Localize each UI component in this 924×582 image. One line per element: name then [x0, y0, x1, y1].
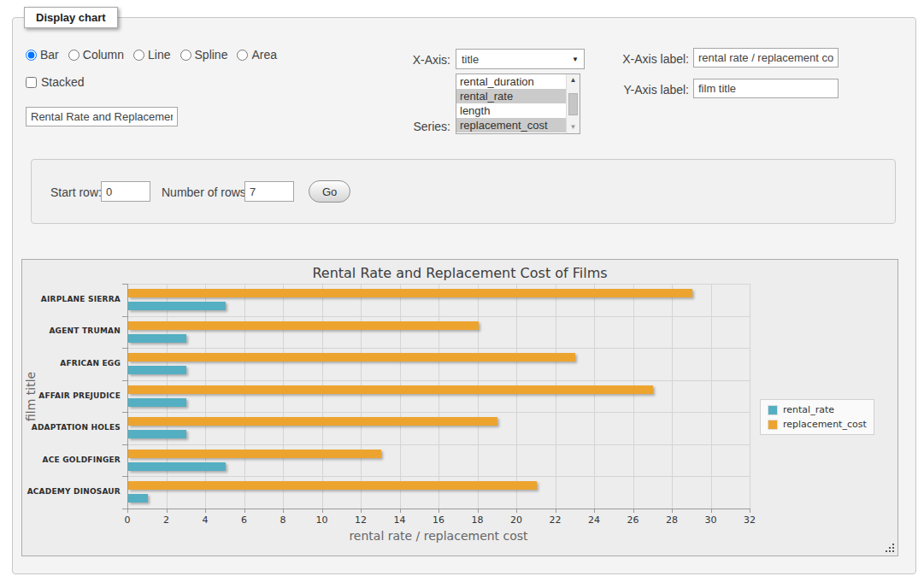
gridline-vertical	[283, 284, 284, 509]
bar-replacement_cost	[128, 289, 692, 297]
number-of-rows-label: Number of rows:	[162, 185, 250, 199]
number-of-rows-input[interactable]	[244, 181, 294, 202]
row-range-panel	[31, 159, 896, 224]
x-axis-tick	[283, 509, 284, 513]
chart-type-option-line[interactable]: Line	[133, 48, 170, 62]
gridline-vertical	[400, 284, 401, 509]
chart-type-option-bar[interactable]: Bar	[26, 48, 59, 62]
series-option-rental_duration[interactable]: rental_duration	[456, 74, 566, 89]
chart-type-option-column[interactable]: Column	[68, 48, 124, 62]
chart-type-radio-line[interactable]	[133, 50, 144, 61]
series-option-length[interactable]: length	[456, 103, 566, 118]
series-list-label: Series:	[368, 120, 450, 133]
gridline-horizontal	[127, 284, 750, 285]
x-tick-label: 26	[621, 514, 646, 526]
chevron-down-icon: ▼	[572, 56, 579, 63]
x-tick-label: 0	[115, 514, 140, 526]
bar-rental_rate	[128, 366, 186, 374]
chart-type-radio-label: Spline	[195, 48, 228, 62]
chart-type-radio-column[interactable]	[68, 50, 79, 61]
chart-type-radio-group: BarColumnLineSplineArea	[26, 48, 277, 62]
y-axis-tick	[122, 476, 127, 477]
x-tick-label: 32	[737, 514, 762, 526]
bar-replacement_cost	[128, 321, 479, 330]
x-axis-tick	[711, 509, 712, 513]
start-row-input[interactable]	[101, 181, 150, 202]
stacked-label: Stacked	[41, 75, 85, 89]
chart-type-radio-bar[interactable]	[26, 50, 37, 61]
scrollbar-thumb[interactable]	[568, 93, 578, 115]
legend-label: rental_rate	[783, 404, 834, 415]
gridline-vertical	[672, 284, 673, 509]
gridline-vertical	[244, 284, 245, 509]
x-axis-selected-value: title	[462, 53, 479, 66]
series-option-replacement_cost[interactable]: replacement_cost	[456, 118, 566, 132]
legend-item-rental_rate[interactable]: rental_rate	[768, 404, 867, 415]
gridline-vertical	[167, 284, 168, 509]
bar-replacement_cost	[128, 385, 653, 394]
x-axis-tick	[633, 509, 634, 513]
series-option-rental_rate[interactable]: rental_rate	[456, 89, 566, 103]
series-scrollbar[interactable]: ▲ ▼	[566, 74, 580, 133]
legend-label: replacement_cost	[783, 419, 867, 430]
y-axis-tick	[122, 284, 127, 285]
x-axis-tick	[127, 509, 128, 513]
x-tick-label: 8	[270, 514, 296, 526]
scroll-down-icon[interactable]: ▼	[567, 121, 580, 133]
chart-title: Rental Rate and Replacement Cost of Film…	[22, 265, 898, 281]
chart-legend[interactable]: rental_ratereplacement_cost	[760, 399, 874, 435]
x-axis-select-label: X-Axis:	[368, 53, 450, 67]
x-axis-tick	[750, 509, 750, 513]
x-axis-tick	[322, 509, 323, 513]
x-tick-label: 10	[309, 514, 335, 526]
gridline-vertical	[556, 284, 556, 509]
y-axis-tick	[122, 316, 127, 317]
bar-rental_rate	[128, 398, 186, 407]
bar-rental_rate	[128, 494, 148, 503]
gridline-vertical	[205, 284, 206, 509]
series-listbox[interactable]: rental_durationrental_ratelengthreplacem…	[456, 73, 580, 134]
x-axis-tick	[516, 509, 517, 513]
x-tick-label: 30	[698, 514, 724, 526]
chart-type-option-area[interactable]: Area	[237, 48, 277, 62]
go-button[interactable]: Go	[309, 180, 350, 203]
x-tick-label: 6	[232, 514, 257, 526]
x-tick-label: 16	[426, 514, 451, 526]
gridline-horizontal	[127, 316, 750, 317]
legend-swatch-icon	[768, 420, 778, 430]
chart-type-radio-spline[interactable]	[180, 50, 191, 61]
x-axis-tick	[438, 509, 439, 513]
x-axis-label-caption: X-Axis label:	[581, 52, 689, 66]
chart-type-radio-label: Bar	[40, 48, 59, 62]
stacked-option[interactable]: Stacked	[26, 75, 85, 89]
x-tick-label: 24	[581, 514, 607, 526]
stacked-checkbox[interactable]	[26, 77, 37, 88]
bar-replacement_cost	[128, 353, 575, 362]
y-axis-tick	[122, 444, 127, 445]
x-tick-label: 14	[387, 514, 413, 526]
bar-replacement_cost	[128, 481, 537, 490]
resize-grip-icon[interactable]	[885, 543, 895, 553]
legend-swatch-icon	[768, 405, 778, 415]
y-axis-label-input[interactable]	[693, 79, 839, 98]
x-axis-tick	[478, 509, 479, 513]
y-axis-tick	[122, 380, 127, 381]
scroll-up-icon[interactable]: ▲	[567, 74, 580, 86]
chart-type-radio-area[interactable]	[237, 50, 248, 61]
chart-title-input[interactable]	[26, 107, 178, 126]
gridline-vertical	[516, 284, 517, 509]
x-tick-label: 18	[465, 514, 491, 526]
bar-rental_rate	[128, 462, 226, 471]
legend-item-replacement_cost[interactable]: replacement_cost	[768, 419, 867, 430]
x-tick-label: 12	[348, 514, 374, 526]
chart-type-option-spline[interactable]: Spline	[180, 48, 228, 62]
x-axis-label-input[interactable]	[693, 48, 839, 68]
bar-rental_rate	[128, 430, 186, 438]
x-axis-tick	[361, 509, 362, 513]
gridline-vertical	[750, 284, 750, 509]
app-page: Display chart BarColumnLineSplineArea St…	[0, 0, 924, 582]
gridline-vertical	[711, 284, 712, 509]
x-tick-label: 2	[154, 514, 180, 526]
bar-replacement_cost	[128, 450, 381, 458]
x-axis-select[interactable]: title ▼	[456, 49, 585, 69]
